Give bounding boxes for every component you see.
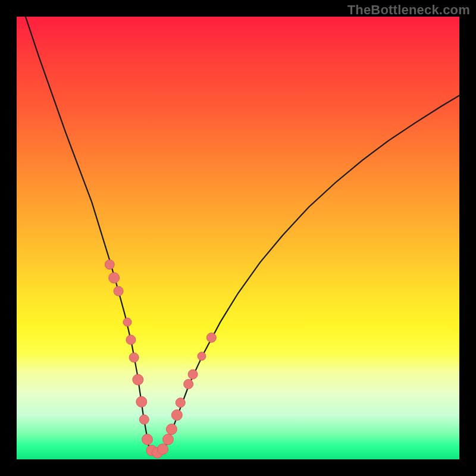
data-point bbox=[206, 333, 216, 342]
chart-plot-area bbox=[17, 17, 459, 459]
watermark-text: TheBottleneck.com bbox=[347, 2, 470, 18]
data-point bbox=[109, 273, 120, 283]
data-points-group bbox=[105, 260, 216, 458]
data-point bbox=[166, 424, 177, 434]
data-point bbox=[105, 260, 114, 270]
data-point bbox=[133, 374, 143, 385]
data-point bbox=[139, 415, 149, 424]
data-point bbox=[126, 335, 136, 345]
data-point bbox=[176, 398, 185, 408]
data-point bbox=[114, 286, 123, 296]
data-point bbox=[123, 318, 131, 326]
data-point bbox=[129, 353, 139, 362]
chart-svg bbox=[17, 17, 459, 459]
data-point bbox=[184, 380, 193, 389]
bottleneck-curve bbox=[26, 17, 459, 453]
data-point bbox=[198, 352, 206, 361]
data-point bbox=[188, 369, 198, 379]
data-point bbox=[162, 434, 173, 445]
data-point bbox=[142, 434, 152, 445]
data-point bbox=[171, 410, 182, 421]
data-point bbox=[158, 444, 168, 455]
data-point bbox=[136, 396, 147, 407]
